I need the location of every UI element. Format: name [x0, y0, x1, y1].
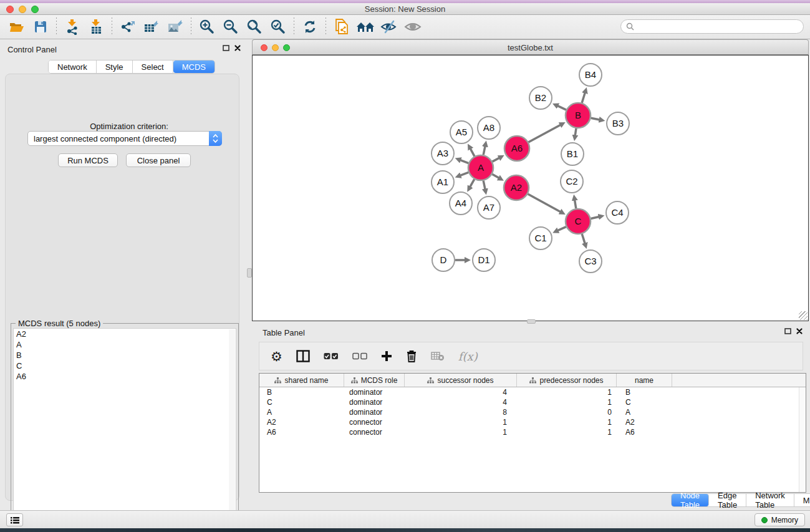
- close-panel-button[interactable]: Close panel: [126, 153, 191, 167]
- graph-edge-A-A3[interactable]: [460, 160, 468, 163]
- graph-edge-B-B3[interactable]: [591, 118, 600, 120]
- horizontal-splitter-grip[interactable]: [527, 319, 536, 324]
- tab-style[interactable]: Style: [97, 60, 133, 73]
- close-panel-icon[interactable]: [796, 328, 803, 334]
- table-cell[interactable]: connector: [344, 428, 405, 437]
- graph-edge-A6-B[interactable]: [528, 125, 560, 142]
- table-cell[interactable]: A6: [617, 428, 672, 437]
- add-column-plus-icon[interactable]: [381, 351, 392, 362]
- table-cell[interactable]: 4: [405, 388, 517, 397]
- window-resize-grip[interactable]: [799, 311, 808, 320]
- clone-network-button[interactable]: [330, 17, 354, 37]
- table-tab-node-table[interactable]: Node Table: [672, 494, 709, 506]
- table-cell[interactable]: A: [259, 408, 344, 417]
- table-cell[interactable]: 1: [517, 418, 617, 427]
- table-row[interactable]: A6connector11A6: [259, 427, 798, 437]
- table-cell[interactable]: dominator: [344, 408, 405, 417]
- zoom-in-button[interactable]: [195, 17, 219, 37]
- result-item-b[interactable]: B: [14, 350, 236, 360]
- table-cell[interactable]: B: [259, 388, 344, 397]
- table-cell[interactable]: 1: [517, 428, 617, 437]
- graph-edge-B-B4[interactable]: [582, 93, 585, 103]
- graph-edge-C-C1[interactable]: [557, 227, 566, 231]
- graph-edge-A-A4[interactable]: [470, 179, 475, 187]
- table-cell[interactable]: 1: [405, 418, 517, 427]
- graph-edge-C-C3[interactable]: [582, 234, 585, 243]
- open-session-button[interactable]: [5, 17, 29, 37]
- table-cell[interactable]: 1: [405, 428, 517, 437]
- table-row[interactable]: Cdominator41C: [259, 397, 798, 407]
- table-scrollbar[interactable]: [799, 387, 806, 492]
- show-columns-icon[interactable]: [296, 350, 310, 362]
- column-header-MCDS-role[interactable]: MCDS role: [344, 374, 405, 387]
- memory-button[interactable]: Memory: [755, 513, 805, 526]
- vertical-splitter-grip[interactable]: [247, 268, 252, 278]
- result-scrollbar[interactable]: [229, 329, 235, 529]
- apply-layout-button[interactable]: [298, 17, 322, 37]
- table-row[interactable]: A2connector11A2: [259, 417, 798, 427]
- column-header-shared-name[interactable]: shared name: [259, 374, 344, 387]
- first-neighbors-button[interactable]: [354, 17, 377, 37]
- search-field[interactable]: [620, 19, 804, 34]
- table-cell[interactable]: connector: [344, 418, 405, 427]
- close-panel-icon[interactable]: [234, 45, 241, 51]
- export-image-button[interactable]: [163, 17, 187, 37]
- table-row[interactable]: Bdominator41B: [259, 387, 798, 397]
- save-session-button[interactable]: [29, 17, 52, 37]
- task-history-button[interactable]: [6, 513, 23, 526]
- graph-edge-A-A7[interactable]: [483, 181, 485, 190]
- graph-edge-C-C2[interactable]: [575, 200, 576, 209]
- hide-selected-button[interactable]: [377, 17, 401, 37]
- float-panel-icon[interactable]: [223, 45, 229, 51]
- table-cell[interactable]: C: [259, 398, 344, 407]
- import-table-button[interactable]: [84, 17, 108, 37]
- run-mcds-button[interactable]: Run MCDS: [58, 153, 118, 167]
- tab-network[interactable]: Network: [49, 60, 97, 73]
- table-tab-network-table[interactable]: Network Table: [746, 494, 794, 506]
- deselect-all-icon[interactable]: [352, 352, 367, 360]
- tab-select[interactable]: Select: [133, 60, 173, 73]
- network-canvas[interactable]: AA6A2BCA5A8A3A1A4A7B2B4B3B1C2C4C1C3DD1: [252, 55, 809, 321]
- import-network-button[interactable]: [60, 17, 84, 37]
- table-cell[interactable]: A2: [617, 418, 672, 427]
- zoom-out-button[interactable]: [219, 17, 243, 37]
- table-settings-gear-icon[interactable]: ⚙: [271, 350, 282, 363]
- optimization-criterion-dropdown[interactable]: largest connected component (directed): [27, 131, 222, 146]
- graph-edge-A-A5[interactable]: [470, 148, 475, 156]
- export-network-button[interactable]: [116, 17, 140, 37]
- delete-column-trash-icon[interactable]: [406, 350, 417, 362]
- table-cell[interactable]: A6: [259, 428, 344, 437]
- search-input[interactable]: [634, 20, 803, 33]
- column-header-name[interactable]: name: [617, 374, 672, 387]
- table-cell[interactable]: dominator: [344, 388, 405, 397]
- graph-edge-A-A1[interactable]: [460, 172, 468, 175]
- graph-edge-A-A6[interactable]: [493, 158, 499, 162]
- result-item-a2[interactable]: A2: [14, 329, 236, 339]
- result-item-a6[interactable]: A6: [14, 371, 236, 382]
- mcds-result-list[interactable]: A2ABCA6: [13, 328, 236, 529]
- graph-edge-A-A8[interactable]: [483, 146, 485, 155]
- table-cell[interactable]: 1: [517, 388, 617, 397]
- graph-edge-C-C4[interactable]: [591, 217, 599, 219]
- table-tab-motifs[interactable]: Motifs: [794, 494, 810, 506]
- column-header-predecessor-nodes[interactable]: predecessor nodes: [517, 374, 617, 387]
- graph-edge-A-A2[interactable]: [492, 174, 499, 178]
- graph-edge-B-B1[interactable]: [575, 128, 576, 136]
- tab-mcds[interactable]: MCDS: [173, 60, 215, 73]
- table-row[interactable]: Adominator80A: [259, 407, 798, 417]
- column-header-successor-nodes[interactable]: successor nodes: [405, 374, 517, 387]
- network-window-titlebar[interactable]: testGlobe.txt: [252, 39, 809, 55]
- table-cell[interactable]: dominator: [344, 398, 405, 407]
- result-item-c[interactable]: C: [14, 360, 236, 371]
- table-cell[interactable]: A: [617, 408, 672, 417]
- table-cell[interactable]: A2: [259, 418, 344, 427]
- table-cell[interactable]: C: [617, 398, 672, 407]
- show-all-button[interactable]: [401, 17, 425, 37]
- zoom-fit-button[interactable]: [243, 17, 266, 37]
- table-cell[interactable]: 0: [517, 408, 617, 417]
- delete-table-icon[interactable]: [431, 351, 445, 361]
- graph-edge-A2-C[interactable]: [528, 194, 560, 212]
- export-table-button[interactable]: [140, 17, 163, 37]
- graph-edge-B-B2[interactable]: [557, 106, 566, 110]
- table-cell[interactable]: B: [617, 388, 672, 397]
